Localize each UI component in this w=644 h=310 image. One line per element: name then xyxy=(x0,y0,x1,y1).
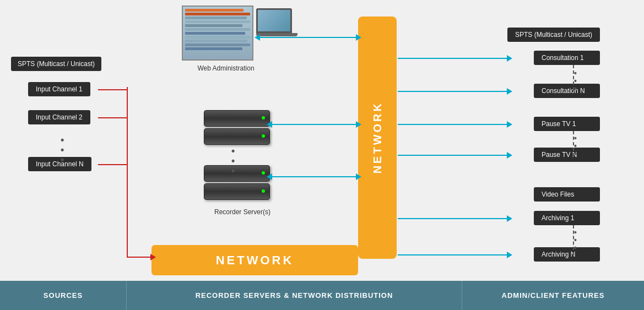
input-channel-1-box: Input Channel 1 xyxy=(28,82,90,96)
laptop-screen xyxy=(256,8,292,33)
pause-tv-1-box: Pause TV 1 xyxy=(534,117,600,131)
webadmin-row-10 xyxy=(185,43,250,46)
dots-consultation: ••• xyxy=(574,69,577,93)
consultation-n-box: Consultation N xyxy=(534,84,600,98)
network-bar-label: NETWORK xyxy=(371,101,384,173)
server-shape-1 xyxy=(204,110,270,127)
red-h-line-1 xyxy=(98,89,127,90)
archiving-1-box: Archiving 1 xyxy=(534,211,600,225)
arrow-to-archiving-1 xyxy=(398,218,508,219)
webadmin-row-8 xyxy=(185,36,250,39)
webadmin-row-4 xyxy=(185,20,250,23)
webadmin-row-6 xyxy=(185,28,250,31)
input-channel-2-box: Input Channel 2 xyxy=(28,110,90,124)
dots-archiving: ••• xyxy=(574,229,577,252)
footer-recorder: RECORDER SERVERS & NETWORK DISTRIBUTION xyxy=(127,281,462,310)
server-network-arrow-bottom xyxy=(271,176,357,177)
server-shape-4 xyxy=(204,183,270,200)
server-network-arrow-top xyxy=(271,124,357,125)
right-spts-box: SPTS (Multicast / Unicast) xyxy=(507,28,600,42)
laptop-screen-inner xyxy=(258,10,290,31)
pause-tv-n-box: Pause TV N xyxy=(534,148,600,162)
dots-pause-tv: ••• xyxy=(574,134,577,157)
input-channels-dots: ••• xyxy=(61,135,64,165)
red-vertical-line xyxy=(127,87,128,258)
footer-admin: ADMIN/CLIENT FEATURES xyxy=(462,281,644,310)
server-shape-2 xyxy=(204,128,270,145)
network-bottom-label: NETWORK xyxy=(216,253,294,268)
web-admin-network-arrow xyxy=(259,37,357,38)
server-shape-3 xyxy=(204,165,270,182)
footer-bar: SOURCES RECORDER SERVERS & NETWORK DISTR… xyxy=(0,281,644,310)
webadmin-row-2 xyxy=(185,13,250,15)
web-admin-label: Web Administration xyxy=(182,64,270,72)
arrow-to-pause-tv-n xyxy=(398,155,508,156)
webadmin-row-9 xyxy=(185,40,247,42)
network-bottom-box: NETWORK xyxy=(151,245,358,275)
server-dots: ••• xyxy=(231,146,235,176)
webadmin-row-11 xyxy=(185,47,242,50)
arrow-to-consultation-1 xyxy=(398,58,508,59)
archiving-n-box: Archiving N xyxy=(534,247,600,262)
red-h-line-2 xyxy=(98,117,127,118)
webadmin-rows xyxy=(183,7,252,53)
main-diagram-area: NETWORK NETWORK SPTS (Multicast / Unicas… xyxy=(0,0,644,281)
web-admin-screenshot xyxy=(182,6,253,61)
laptop-icon xyxy=(256,8,300,41)
arrow-to-consultation-n xyxy=(398,91,508,92)
input-channel-n-box: Input Channel N xyxy=(28,157,91,171)
webadmin-row-5 xyxy=(185,24,242,27)
webadmin-row-7 xyxy=(185,32,245,35)
arrow-to-archiving-n xyxy=(398,254,508,255)
red-arrow-to-network xyxy=(127,257,151,258)
bottom-server xyxy=(204,165,270,202)
red-h-line-3 xyxy=(98,164,127,165)
consultation-1-box: Consultation 1 xyxy=(534,51,600,65)
footer-sources: SOURCES xyxy=(0,281,127,310)
recorder-label: Recorder Server(s) xyxy=(207,208,278,216)
webadmin-row-3 xyxy=(185,17,247,19)
webadmin-row-1 xyxy=(185,9,243,12)
arrow-to-pause-tv-1 xyxy=(398,124,508,125)
laptop-base xyxy=(256,33,297,36)
left-spts-box: SPTS (Multicast / Unicast) xyxy=(11,57,101,71)
network-vertical-bar: NETWORK xyxy=(358,17,397,259)
video-files-box: Video Files xyxy=(534,187,600,202)
top-server xyxy=(204,110,270,146)
